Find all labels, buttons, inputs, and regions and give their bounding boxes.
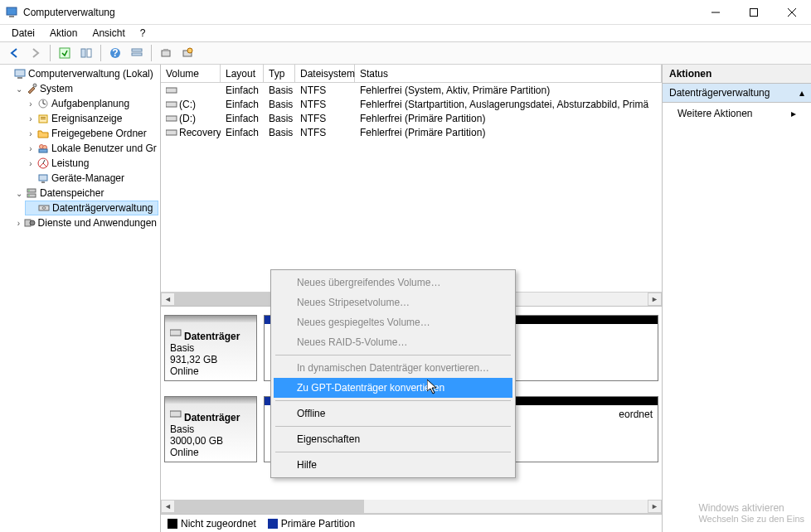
- properties-button[interactable]: [77, 44, 95, 62]
- separator: [275, 452, 511, 452]
- vol-layout: Einfach: [221, 113, 264, 124]
- ctx-properties[interactable]: Eigenschaften: [274, 429, 512, 449]
- svg-rect-26: [39, 149, 47, 152]
- legend-unallocated: Nicht zugeordnet: [168, 518, 256, 530]
- ctx-help[interactable]: Hilfe: [274, 455, 512, 475]
- scroll-right-button[interactable]: ►: [648, 293, 662, 306]
- svg-rect-1: [9, 16, 14, 17]
- disk-header[interactable]: Datenträger Basis 931,32 GB Online: [164, 315, 257, 381]
- tree-perf-label: Leistung: [51, 157, 89, 169]
- vol-layout: Einfach: [221, 127, 264, 138]
- window-title: Computerverwaltung: [23, 7, 697, 18]
- ctx-convert-gpt[interactable]: Zu GPT-Datenträger konvertieren: [274, 378, 512, 398]
- volume-row[interactable]: (D:) Einfach Basis NTFS Fehlerfrei (Prim…: [161, 111, 662, 125]
- help-button[interactable]: ?: [106, 44, 124, 62]
- view-options-button[interactable]: [128, 44, 146, 62]
- refresh-disks-button[interactable]: [157, 44, 175, 62]
- tree-scheduler[interactable]: ›Aufgabenplanung: [25, 96, 158, 111]
- tree-shared[interactable]: ›Freigegebene Ordner: [25, 126, 158, 141]
- volume-list: Einfach Basis NTFS Fehlerfrei (System, A…: [161, 83, 662, 292]
- ctx-spanned-volume[interactable]: Neues übergreifendes Volume…: [274, 273, 512, 293]
- scroll-thumb[interactable]: [175, 500, 364, 513]
- collapse-caret-icon: ▴: [799, 87, 804, 99]
- vol-layout: Einfach: [221, 99, 264, 110]
- svg-rect-6: [60, 48, 70, 58]
- perf-icon: [36, 157, 50, 170]
- expand-icon[interactable]: ›: [25, 144, 36, 153]
- col-type[interactable]: Typ: [264, 65, 295, 82]
- tree-perf[interactable]: ›Leistung: [25, 156, 158, 171]
- expand-icon[interactable]: ›: [25, 129, 36, 138]
- col-status[interactable]: Status: [355, 65, 662, 82]
- ctx-offline[interactable]: Offline: [274, 404, 512, 423]
- tree-devmgr[interactable]: Geräte-Manager: [25, 171, 158, 186]
- maximize-button[interactable]: [735, 0, 773, 25]
- menu-view[interactable]: Ansicht: [85, 26, 131, 41]
- close-button[interactable]: [773, 0, 811, 25]
- collapse-icon[interactable]: ⌄: [13, 189, 25, 198]
- separator: [275, 426, 511, 427]
- ctx-stripe-volume[interactable]: Neues Stripesetvolume…: [274, 293, 512, 312]
- menu-action[interactable]: Aktion: [43, 26, 84, 41]
- actions-more[interactable]: Weitere Aktionen ▸: [663, 103, 811, 124]
- collapse-icon[interactable]: ⌄: [13, 85, 25, 94]
- watermark-line1: Windows aktivieren: [698, 502, 804, 514]
- settings-button[interactable]: [178, 44, 197, 62]
- disk-header[interactable]: Datenträger Basis 3000,00 GB Online: [164, 396, 257, 462]
- minimize-button[interactable]: [697, 0, 735, 25]
- tree-services-label: Dienste und Anwendungen: [38, 217, 157, 229]
- col-layout[interactable]: Layout: [221, 65, 264, 82]
- col-fs[interactable]: Dateisystem: [295, 65, 355, 82]
- disk-state: Online: [170, 447, 251, 458]
- vol-fs: NTFS: [295, 113, 355, 124]
- scroll-right-button[interactable]: ►: [648, 500, 662, 513]
- svg-rect-42: [170, 330, 181, 336]
- scroll-left-button[interactable]: ◄: [161, 293, 175, 306]
- ctx-convert-dynamic[interactable]: In dynamischen Datenträger konvertieren…: [274, 358, 512, 378]
- volume-row[interactable]: Einfach Basis NTFS Fehlerfrei (System, A…: [161, 83, 662, 97]
- tree-system[interactable]: ⌄ System: [13, 81, 158, 96]
- tree-services[interactable]: ›Dienste und Anwendungen: [13, 215, 158, 230]
- menu-file[interactable]: Datei: [5, 26, 41, 41]
- vol-name: Recovery: [179, 127, 221, 138]
- menu-help[interactable]: ?: [134, 26, 153, 41]
- ctx-mirror-volume[interactable]: Neues gespiegeltes Volume…: [274, 312, 512, 332]
- vol-name: (C:): [179, 99, 196, 110]
- tree-users[interactable]: ›Lokale Benutzer und Gr: [25, 141, 158, 156]
- expand-icon[interactable]: ›: [25, 159, 36, 168]
- tree-root[interactable]: Computerverwaltung (Lokal): [2, 66, 158, 81]
- legend: Nicht zugeordnet Primäre Partition: [161, 514, 662, 532]
- svg-rect-17: [15, 70, 25, 76]
- svg-rect-3: [750, 8, 758, 16]
- tree-eventviewer-label: Ereignisanzeige: [51, 113, 122, 124]
- svg-point-19: [33, 84, 36, 87]
- forward-button[interactable]: [27, 44, 45, 62]
- vol-layout: Einfach: [221, 85, 264, 96]
- col-volume[interactable]: Volume: [161, 65, 221, 82]
- volume-header: Volume Layout Typ Dateisystem Status: [161, 65, 662, 83]
- tree-storage[interactable]: ⌄ Datenspeicher: [13, 186, 158, 201]
- expand-icon[interactable]: ›: [13, 219, 24, 228]
- svg-rect-28: [39, 175, 47, 181]
- disk-type: Basis: [170, 342, 251, 354]
- expand-icon[interactable]: ›: [25, 99, 36, 109]
- svg-rect-38: [166, 88, 177, 93]
- app-icon: [5, 6, 18, 19]
- svg-point-32: [28, 190, 30, 191]
- drive-icon: [170, 409, 182, 419]
- scroll-left-button[interactable]: ◄: [161, 500, 175, 513]
- expand-icon[interactable]: ›: [25, 114, 36, 123]
- tree-diskmgmt[interactable]: Datenträgerverwaltung: [25, 201, 158, 215]
- h-scrollbar-bottom[interactable]: ◄ ►: [161, 500, 662, 514]
- vol-type: Basis: [264, 127, 295, 138]
- back-button[interactable]: [5, 44, 23, 62]
- ctx-raid5-volume[interactable]: Neues RAID-5-Volume…: [274, 332, 512, 352]
- show-hide-tree-button[interactable]: [56, 44, 74, 62]
- tree-eventviewer[interactable]: ›Ereignisanzeige: [25, 111, 158, 126]
- volume-row[interactable]: Recovery Einfach Basis NTFS Fehlerfrei (…: [161, 125, 662, 139]
- tree-devmgr-label: Geräte-Manager: [51, 172, 124, 184]
- disk-size: 3000,00 GB: [170, 435, 251, 447]
- actions-category[interactable]: Datenträgerverwaltung ▴: [663, 84, 811, 103]
- volume-row[interactable]: (C:) Einfach Basis NTFS Fehlerfrei (Star…: [161, 97, 662, 111]
- toolbar: ?: [0, 41, 811, 65]
